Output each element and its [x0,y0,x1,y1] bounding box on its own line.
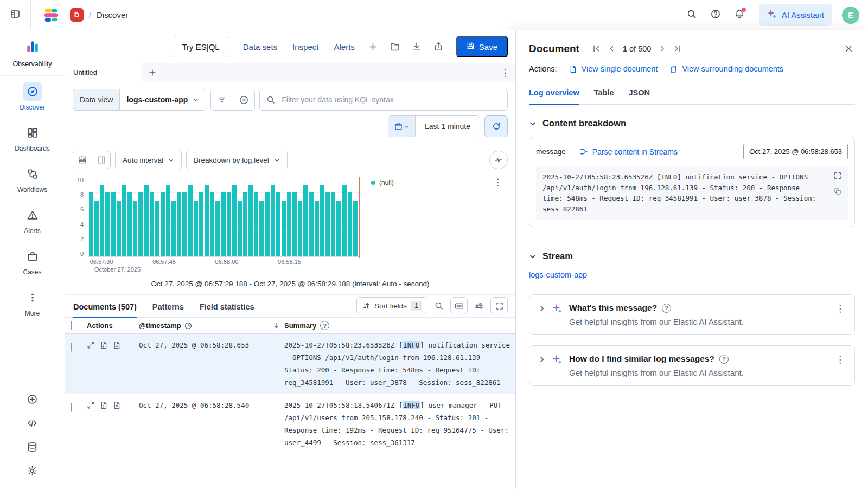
sidebar-item-cases[interactable]: Cases [0,241,65,282]
sidebar-item-dashboards[interactable]: Dashboards [0,117,65,158]
copy-icon[interactable] [834,188,841,195]
view-single-document-link[interactable]: View single document [569,65,658,73]
sidebar-item-discover[interactable]: Discover [0,76,65,117]
breadcrumb[interactable]: Discover [97,10,128,20]
close-flyout-button[interactable] [843,42,855,55]
space-badge[interactable]: D [70,8,84,22]
histogram-plot[interactable] [88,177,360,257]
column-header-actions[interactable]: Actions [87,321,139,330]
table-row[interactable]: Oct 27, 2025 @ 06:58:28.540 2025-10-27T0… [65,394,515,454]
doc-view-icon[interactable] [113,341,121,349]
tab-options-menu[interactable]: ⋮ [495,63,515,82]
solution-brand[interactable]: Observability [0,30,65,76]
expand-document-icon[interactable] [87,341,95,349]
search-icon [266,95,275,106]
next-page-button[interactable] [658,44,666,53]
save-button[interactable]: Save [456,36,508,57]
tab-field-statistics[interactable]: Field statistics [199,298,255,318]
parse-content-link[interactable]: Parse content in Streams [580,147,678,156]
nav-menu-button[interactable] [0,0,31,30]
doc-degraded-icon[interactable] [100,401,108,409]
row-timestamp: Oct 27, 2025 @ 06:58:28.540 [139,399,284,449]
top-link-datasets[interactable]: Data sets [237,42,283,52]
first-page-button[interactable] [592,44,601,53]
stream-link[interactable]: logs-custom-app [529,271,587,279]
search-in-table-button[interactable] [430,297,448,314]
view-surrounding-documents-link[interactable]: View surrounding documents [669,65,783,73]
tab-log-overview[interactable]: Log overview [529,88,579,105]
ai-insight-card[interactable]: How do I find similar log messages? ? Ge… [529,345,855,386]
top-nav-toolbar: Try ES|QL Data sets Inspect Alerts [65,30,515,63]
chart-layout-button-2[interactable] [92,151,110,169]
header-search-button[interactable] [682,5,701,25]
top-link-alerts[interactable]: Alerts [328,42,360,52]
chevron-down-icon [274,157,280,163]
ai-card-options-menu[interactable]: ⋮ [834,303,846,314]
keyboard-shortcuts-button[interactable] [450,297,468,314]
open-folder-icon[interactable] [386,37,404,56]
refresh-button[interactable] [484,115,508,137]
top-link-inspect[interactable]: Inspect [286,42,324,52]
ai-card-options-menu[interactable]: ⋮ [834,354,846,365]
column-header-summary[interactable]: Summary ? [284,321,510,330]
notifications-button[interactable] [730,5,749,25]
fullscreen-button[interactable] [490,297,508,314]
sidebar-item-workflows[interactable]: Workflows [0,158,65,200]
add-filter-button[interactable] [233,89,254,110]
tab-patterns[interactable]: Patterns [152,298,184,318]
stream-section[interactable]: Stream [529,251,855,261]
share-export-icon[interactable] [429,37,448,56]
new-session-plus-icon[interactable] [364,37,382,56]
chart-settings-button[interactable] [489,151,508,169]
add-tab-button[interactable] [142,63,163,82]
help-button[interactable] [706,5,725,25]
kql-search-input[interactable] [259,89,508,111]
settings-gear-icon[interactable] [27,466,37,476]
sidebar-item-more[interactable]: More [0,282,65,323]
filter-button[interactable] [211,89,233,110]
doc-degraded-icon[interactable] [100,341,108,349]
document-timestamp-chip[interactable]: Oct 27, 2025 @ 06:58:28.653 [743,144,848,159]
previous-page-button[interactable] [608,44,616,53]
ai-insight-card[interactable]: What's this message? ? Get helpful insig… [529,294,855,335]
row-checkbox[interactable] [71,343,72,352]
content-breakdown-section[interactable]: Content breakdown [529,118,855,128]
expand-document-icon[interactable] [87,401,95,409]
sidebar-item-alerts[interactable]: Alerts [0,200,65,241]
chart-layout-button-1[interactable] [73,151,92,169]
user-avatar[interactable]: E [842,7,859,24]
observability-logo-icon [25,40,40,56]
row-checkbox[interactable] [71,403,72,412]
time-range-picker[interactable]: Last 1 minute [388,115,480,137]
breakdown-dropdown[interactable]: Breakdown by log.level [186,151,288,169]
chart-options-menu[interactable]: ⋮ [488,177,508,188]
select-all-checkbox[interactable] [71,321,72,330]
ai-assistant-button[interactable]: AI Assistant [759,4,832,26]
tab-untitled[interactable]: Untitled [65,63,142,82]
try-esql-button[interactable]: Try ES|QL [174,36,228,57]
sort-direction-button[interactable] [272,322,284,330]
sort-fields-button[interactable]: Sort fields 1 [356,297,427,314]
table-row[interactable]: Oct 27, 2025 @ 06:58:28.653 2025-10-27T0… [65,334,515,394]
tab-table[interactable]: Table [594,88,614,105]
tab-json[interactable]: JSON [628,88,650,105]
download-icon[interactable] [407,37,426,56]
add-circle-icon[interactable] [27,394,37,404]
data-management-database-icon[interactable] [27,442,37,452]
chevron-right-icon[interactable] [538,305,546,312]
sidebar-item-label: Workflows [17,186,47,194]
display-options-button[interactable] [470,297,488,314]
chevron-right-icon[interactable] [538,356,546,363]
tab-documents[interactable]: Documents (507) [73,298,137,318]
dev-tools-code-icon[interactable] [27,418,37,428]
alerts-warning-icon [23,206,42,224]
interval-dropdown[interactable]: Auto interval [115,151,182,169]
column-header-timestamp[interactable]: @timestamp [139,321,272,330]
elastic-logo[interactable] [43,7,59,23]
doc-view-icon[interactable] [113,401,121,409]
last-page-button[interactable] [673,44,681,53]
data-view-picker[interactable]: Data view logs-custom-app [73,89,206,111]
expand-code-icon[interactable] [834,172,841,179]
chart-legend[interactable]: (null) [371,179,394,186]
sidebar-item-label: More [25,310,40,317]
